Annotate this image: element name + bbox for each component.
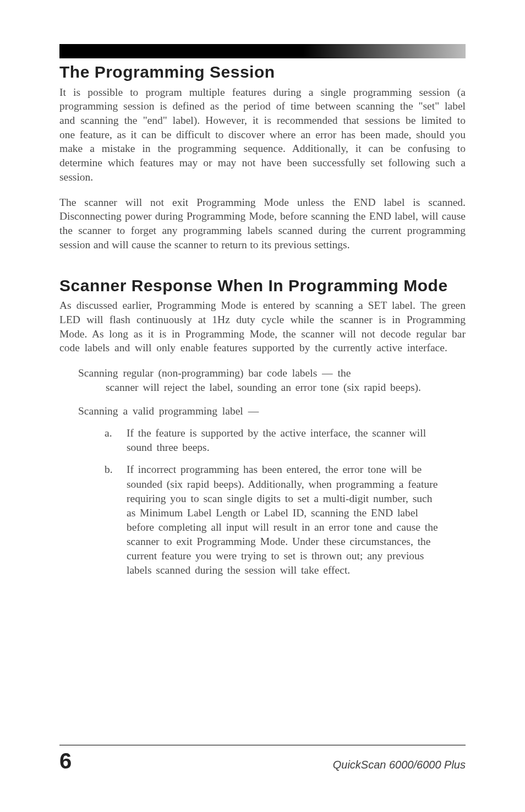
footer-row: 6 QuickScan 6000/6000 Plus (59, 749, 466, 773)
list-text: If incorrect programming has been entere… (127, 462, 444, 577)
list-item: b. If incorrect programming has been ent… (105, 462, 444, 577)
page: The Programming Session It is possible t… (0, 0, 525, 812)
heading-scanner-response: Scanner Response When In Programming Mod… (59, 276, 466, 296)
hanging-paragraph: Scanning a valid programming label — (78, 404, 466, 418)
paragraph: As discussed earlier, Programming Mode i… (59, 298, 466, 355)
list-text: If the feature is supported by the activ… (127, 426, 444, 455)
product-name: QuickScan 6000/6000 Plus (333, 759, 466, 771)
hanging-paragraph: Scanning regular (non-programming) bar c… (78, 366, 466, 394)
text-line: scanner will reject the label, sounding … (106, 380, 452, 395)
page-number: 6 (59, 749, 72, 773)
text-line: Scanning a valid programming label — (78, 404, 452, 418)
list-marker: b. (105, 462, 127, 577)
paragraph: The scanner will not exit Programming Mo… (59, 195, 466, 252)
list-marker: a. (105, 426, 127, 455)
paragraph: It is possible to program multiple featu… (59, 85, 466, 184)
ordered-list: a. If the feature is supported by the ac… (105, 426, 466, 577)
text-line: Scanning regular (non-programming) bar c… (78, 366, 452, 380)
footer-rule (59, 745, 466, 745)
heading-programming-session: The Programming Session (59, 63, 466, 82)
header-bar (59, 44, 466, 58)
page-footer: 6 QuickScan 6000/6000 Plus (59, 745, 466, 773)
list-item: a. If the feature is supported by the ac… (105, 426, 444, 455)
